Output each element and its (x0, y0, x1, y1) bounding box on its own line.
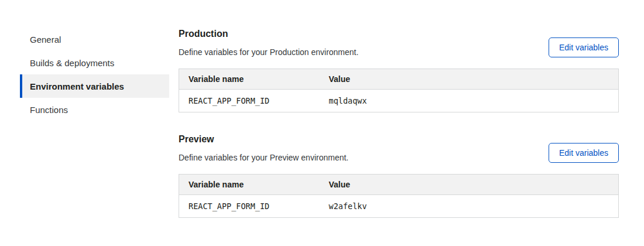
production-edit-variables-button[interactable]: Edit variables (549, 37, 619, 57)
preview-description: Define variables for your Preview enviro… (179, 153, 348, 163)
variable-value-cell: mqldaqwx (320, 90, 619, 112)
table-row: REACT_APP_FORM_ID w2afelkv (179, 195, 619, 218)
variable-name-cell: REACT_APP_FORM_ID (179, 90, 320, 112)
production-description: Define variables for your Production env… (179, 47, 358, 57)
settings-page: General Builds & deployments Environment… (0, 0, 644, 246)
preview-section-text: Preview Define variables for your Previe… (179, 134, 348, 163)
table-header-row: Variable name Value (179, 69, 619, 90)
sidebar-item-label: Environment variables (30, 81, 124, 91)
production-title: Production (179, 28, 358, 39)
preview-section-header: Preview Define variables for your Previe… (179, 134, 619, 163)
sidebar-item-label: General (30, 35, 61, 45)
preview-variables-table: Variable name Value REACT_APP_FORM_ID w2… (179, 174, 619, 218)
value-column-header: Value (320, 69, 619, 90)
variable-name-column-header: Variable name (179, 69, 320, 90)
production-variables-table: Variable name Value REACT_APP_FORM_ID mq… (179, 69, 619, 112)
sidebar-item-label: Functions (30, 105, 68, 115)
value-column-header: Value (320, 175, 619, 195)
variable-name-column-header: Variable name (179, 175, 320, 195)
sidebar-item-functions[interactable]: Functions (20, 98, 169, 121)
sidebar-item-environment-variables[interactable]: Environment variables (20, 74, 169, 98)
production-section-text: Production Define variables for your Pro… (179, 28, 358, 57)
preview-section: Preview Define variables for your Previe… (179, 134, 619, 218)
sidebar-item-label: Builds & deployments (30, 58, 114, 68)
sidebar-item-general[interactable]: General (20, 28, 169, 51)
preview-title: Preview (179, 134, 348, 145)
variable-value-cell: w2afelkv (320, 195, 619, 218)
table-row: REACT_APP_FORM_ID mqldaqwx (179, 90, 619, 112)
preview-edit-variables-button[interactable]: Edit variables (549, 143, 619, 163)
production-section: Production Define variables for your Pro… (179, 28, 619, 112)
settings-sidebar: General Builds & deployments Environment… (20, 28, 169, 121)
sidebar-item-builds-deployments[interactable]: Builds & deployments (20, 51, 169, 74)
variable-name-cell: REACT_APP_FORM_ID (179, 195, 320, 218)
table-header-row: Variable name Value (179, 175, 619, 195)
environment-variables-content: Production Define variables for your Pro… (179, 28, 619, 239)
production-section-header: Production Define variables for your Pro… (179, 28, 619, 57)
